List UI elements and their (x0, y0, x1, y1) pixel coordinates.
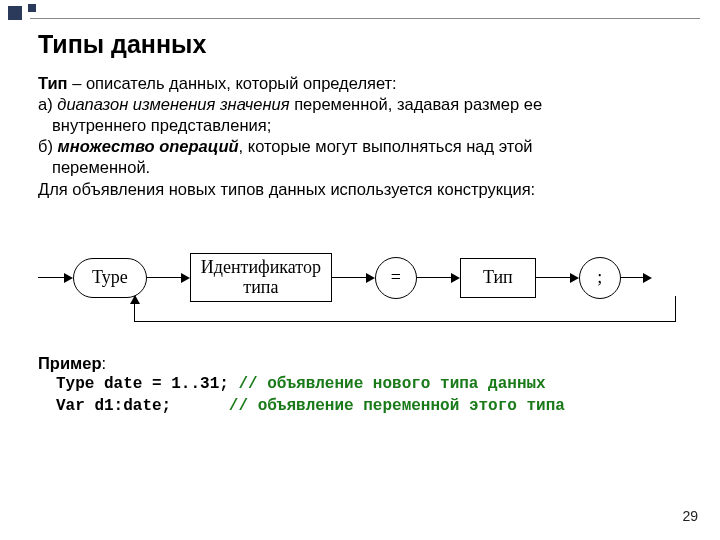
def-declaration-line: Для объявления новых типов данных исполь… (38, 179, 692, 200)
code-2-comment: // объявление переменной этого типа (219, 397, 565, 415)
node-type: Тип (460, 258, 536, 298)
item-a-label: а) (38, 95, 57, 113)
item-b-italic: множество операций (58, 137, 239, 155)
def-item-a-cont: внутреннего представления; (52, 115, 692, 136)
syntax-diagram: Type Идентификатор типа = Тип ; (38, 228, 692, 328)
item-b-rest: , которые могут выполняться над этой (239, 137, 533, 155)
arrow-4 (536, 273, 579, 283)
deco-square-small (28, 4, 36, 12)
deco-square-large (8, 6, 22, 20)
definition-paragraph: Тип – описатель данных, который определя… (38, 73, 692, 200)
code-1-comment: // объявление нового типа данных (229, 375, 546, 393)
arrow-3 (417, 273, 460, 283)
slide-title: Типы данных (38, 30, 692, 59)
header-rule (30, 18, 700, 19)
def-item-b-cont: переменной. (52, 157, 692, 178)
example-label: Пример (38, 354, 102, 372)
arrow-1 (147, 273, 190, 283)
loopback-arrow-head (130, 295, 140, 304)
example-label-line: Пример: (38, 352, 692, 374)
def-line-1: Тип – описатель данных, который определя… (38, 73, 692, 94)
item-b-label: б) (38, 137, 58, 155)
node-semicolon: ; (579, 257, 621, 299)
page-number: 29 (682, 508, 698, 524)
arrow-in (38, 273, 73, 283)
def-text: – описатель данных, который определяет: (68, 74, 397, 92)
term-type: Тип (38, 74, 68, 92)
arrow-out (621, 273, 652, 283)
def-item-b: б) множество операций, которые могут вып… (38, 136, 692, 157)
def-item-a: а) диапазон изменения значения переменно… (38, 94, 692, 115)
example-colon: : (102, 354, 107, 372)
example-block: Пример: Type date = 1..31; // объявление… (38, 352, 692, 417)
node-type-keyword: Type (73, 258, 147, 298)
example-code-2: Var d1:date; // объявление переменной эт… (56, 396, 692, 418)
slide-content: Типы данных Тип – описатель данных, кото… (38, 30, 692, 417)
node-equals: = (375, 257, 417, 299)
code-1-text: Type date = 1..31; (56, 375, 229, 393)
node-identifier-text: Идентификатор типа (201, 258, 321, 298)
arrow-2 (332, 273, 375, 283)
item-a-rest: переменной, задавая размер ее (290, 95, 543, 113)
item-a-italic: диапазон изменения значения (57, 95, 289, 113)
diagram-loopback (134, 296, 676, 322)
example-code-1: Type date = 1..31; // объявление нового … (56, 374, 692, 396)
code-2-text: Var d1:date; (56, 397, 219, 415)
